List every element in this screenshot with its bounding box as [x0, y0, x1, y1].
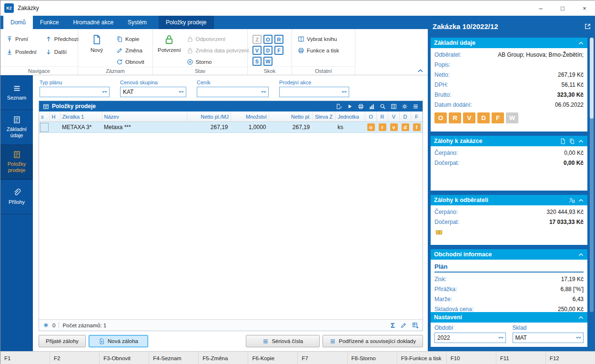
fkey-f1[interactable]: F1: [0, 352, 50, 364]
nova-zaloha-button[interactable]: Nová záloha: [89, 335, 148, 347]
fkey-f6[interactable]: F6-Kopie: [248, 352, 298, 364]
settings-icon[interactable]: [402, 103, 408, 110]
prijate-zalohy-button[interactable]: Přijaté zálohy: [39, 335, 86, 347]
column-header[interactable]: Název: [102, 111, 187, 122]
storno-button[interactable]: Storno: [186, 57, 213, 67]
menu-icon[interactable]: [413, 103, 419, 110]
column-header[interactable]: D: [400, 111, 411, 122]
section-header-zalohy-odberatel[interactable]: Zálohy k odběrateli: [431, 195, 587, 205]
column-header[interactable]: V: [388, 111, 400, 122]
fkey-f10[interactable]: F10: [447, 352, 496, 364]
jump-v-button[interactable]: V: [252, 46, 262, 55]
ribbon-collapse-icon[interactable]: [417, 68, 424, 73]
tab-system[interactable]: Systém: [121, 16, 154, 29]
letter-f-button[interactable]: F: [492, 112, 504, 123]
tab-funkce[interactable]: Funkce: [33, 16, 66, 29]
typ-planu-select[interactable]: [40, 87, 110, 97]
copy-button[interactable]: Kopie: [115, 34, 140, 44]
letter-d-button[interactable]: D: [477, 112, 490, 123]
expand-icon[interactable]: [584, 23, 591, 30]
tab-polozky-prodeje[interactable]: Položky prodeje: [159, 16, 213, 29]
fkey-f9[interactable]: F9-Funkce a tisk: [397, 352, 447, 364]
minimize-button[interactable]: –: [530, 0, 552, 16]
letter-r-button[interactable]: R: [449, 112, 461, 123]
maximize-button[interactable]: □: [552, 0, 574, 16]
tab-hromadne-akce[interactable]: Hromadné akce: [66, 16, 121, 29]
sidebar-item-polozky-prodeje[interactable]: Položky prodeje: [0, 145, 33, 180]
scrollbar-thumb[interactable]: [590, 38, 594, 119]
deposit-doc-icon[interactable]: [560, 138, 566, 144]
table-row[interactable]: METAXA 3* Metaxa *** 267,19 1,0000 267,1…: [39, 122, 423, 133]
sidebar-item-zakladni-udaje[interactable]: Základní údaje: [0, 110, 33, 145]
section-header-zalohy-zakazka[interactable]: Zálohy k zakázce: [431, 136, 587, 146]
column-header[interactable]: F: [411, 111, 423, 122]
change-button[interactable]: Změna: [115, 46, 143, 55]
fkey-f12[interactable]: F12: [546, 352, 595, 364]
grid-plus-icon[interactable]: [412, 322, 419, 329]
fkey-f8[interactable]: F8-Storno: [348, 352, 397, 364]
close-button[interactable]: ×: [574, 0, 595, 16]
fkey-f4[interactable]: F4-Seznam: [149, 352, 199, 364]
sidebar-item-prilohy[interactable]: Přílohy: [0, 180, 33, 214]
previous-button[interactable]: Předchozi: [44, 34, 80, 44]
cenik-select[interactable]: [197, 87, 269, 97]
letter-v-button[interactable]: V: [463, 112, 475, 123]
column-header[interactable]: Množství: [231, 111, 269, 122]
deposit-copy-icon[interactable]: [569, 138, 575, 144]
sum-icon[interactable]: Σ: [391, 322, 395, 329]
podrizene-doklady-button[interactable]: Podřízené a související doklady: [323, 335, 423, 347]
fkey-f7[interactable]: F7: [298, 352, 347, 364]
panel-scrollbar[interactable]: [590, 38, 594, 312]
column-header[interactable]: H: [50, 111, 60, 122]
jump-d-button[interactable]: D: [263, 46, 272, 55]
search-icon[interactable]: [380, 103, 386, 110]
obdobi-select[interactable]: 2022: [434, 333, 506, 343]
chevron-up-icon[interactable]: [578, 139, 584, 143]
fkey-f5[interactable]: F5-Změna: [199, 352, 248, 364]
column-header[interactable]: Jednotka: [336, 111, 365, 122]
print-icon[interactable]: [358, 103, 364, 110]
new-button[interactable]: Nový: [83, 32, 111, 67]
letter-o-button[interactable]: O: [434, 112, 447, 123]
chart-icon[interactable]: [369, 103, 375, 110]
jump-r-button[interactable]: R: [274, 35, 283, 44]
pick-book-button[interactable]: Vybrat knihu: [297, 34, 338, 44]
section-header-obchodni[interactable]: Obchodní informace: [431, 249, 587, 260]
last-button[interactable]: Poslední: [5, 47, 38, 57]
prodejni-akce-select[interactable]: [279, 87, 349, 97]
chevron-up-icon[interactable]: [578, 41, 584, 45]
fkey-f3[interactable]: F3-Obnovit: [100, 352, 149, 364]
jump-s-button[interactable]: S: [252, 57, 262, 66]
next-button[interactable]: Další: [44, 47, 80, 57]
columns-icon[interactable]: [391, 103, 397, 110]
sklad-select[interactable]: MAT: [513, 333, 584, 343]
column-header[interactable]: Sleva Z: [313, 111, 336, 122]
tab-domu[interactable]: Domů: [3, 16, 33, 29]
jump-f-button[interactable]: F: [274, 46, 283, 55]
column-header[interactable]: R: [377, 111, 388, 122]
first-button[interactable]: První: [5, 34, 38, 44]
column-header[interactable]: O: [365, 111, 377, 122]
fkey-f11[interactable]: F11: [496, 352, 546, 364]
chevron-up-icon[interactable]: [578, 315, 584, 320]
chevron-up-icon[interactable]: [578, 253, 584, 257]
functions-print-button[interactable]: Funkce a tisk: [297, 46, 340, 55]
section-header-nastaveni[interactable]: Nastavení: [431, 312, 587, 323]
confirm-button[interactable]: Potvrzení: [158, 32, 181, 67]
column-header[interactable]: Netto pl.: [269, 111, 313, 122]
jump-w-button[interactable]: W: [263, 57, 272, 66]
refresh-button[interactable]: Obnovit: [115, 57, 145, 67]
column-header[interactable]: Netto pl./MJ: [187, 111, 231, 122]
customer-deposits-icon[interactable]: [569, 197, 575, 203]
play-icon[interactable]: [347, 103, 353, 110]
column-header[interactable]: s: [39, 111, 50, 122]
seriova-cisla-button[interactable]: Sériová čísla: [246, 335, 320, 347]
section-header-zakladni[interactable]: Základní údaje: [431, 38, 587, 48]
column-header[interactable]: Zkratka 1: [60, 111, 102, 122]
edit-icon[interactable]: [336, 103, 342, 110]
cenova-skupina-select[interactable]: KAT: [120, 87, 186, 97]
grid-empty-area[interactable]: [39, 133, 423, 319]
fkey-f2[interactable]: F2: [50, 352, 100, 364]
edit-pencil-icon[interactable]: [400, 322, 407, 329]
chevron-up-icon[interactable]: [578, 198, 584, 202]
